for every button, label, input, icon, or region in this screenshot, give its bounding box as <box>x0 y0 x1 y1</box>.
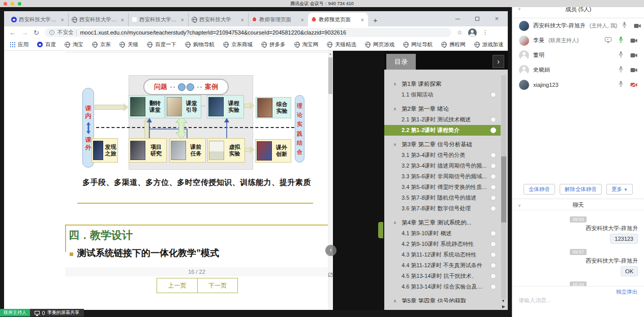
toc-section[interactable]: 4.6 第13-14课时 综合实验台及传... <box>384 281 501 292</box>
bookmark-item[interactable]: 网址导航 <box>403 41 433 48</box>
refresh-icon[interactable]: ↻ <box>34 29 39 37</box>
toc-section[interactable]: 4.5 第13-14课时 抗干扰技术、 <box>384 271 501 281</box>
prev-page-button[interactable]: 上一页 <box>157 278 197 293</box>
scrollbar-thumb[interactable] <box>328 57 332 94</box>
document-scrollbar[interactable]: ▲ <box>328 51 333 310</box>
tab-close-icon[interactable]: × <box>360 17 365 23</box>
bookmark-item[interactable]: 游戏加速 <box>474 41 504 48</box>
fullscreen-icon[interactable] <box>328 273 332 277</box>
browser-tab[interactable]: 教师预览页面× <box>308 13 368 26</box>
minimize-traffic-light[interactable] <box>11 2 14 6</box>
browser-tab[interactable]: 西安科技大学× <box>188 13 248 26</box>
scroll-down-icon[interactable]: ▼ <box>501 299 505 303</box>
radio-icon[interactable] <box>490 174 496 179</box>
radio-icon[interactable] <box>490 263 496 268</box>
toc-section[interactable]: 3.2 第3-4课时 描述周期信号的频... <box>384 161 501 171</box>
bookmark-item[interactable]: 购物导航 <box>185 41 214 48</box>
bookmark-item[interactable]: 天猫 <box>119 41 138 48</box>
mic-icon[interactable] <box>618 51 624 60</box>
toc-section[interactable]: 3.6 第7-8课时 数字信号处理 <box>384 203 501 214</box>
profile-icon[interactable] <box>468 28 477 37</box>
member-row[interactable]: 西安科技大学-薛旭升(主持人, 我)> <box>512 18 644 33</box>
member-row[interactable]: xiajing123 <box>512 77 644 92</box>
new-tab-button[interactable]: + <box>368 16 383 26</box>
radio-icon[interactable] <box>490 241 496 247</box>
bookmark-item[interactable]: 京东 <box>92 41 111 48</box>
toc-section[interactable]: 3.4 第5-6课时 傅里叶变换的性质... <box>384 182 501 193</box>
window-minimize-button[interactable] <box>455 19 460 19</box>
mic-icon[interactable] <box>618 66 624 75</box>
radio-icon[interactable] <box>490 231 496 236</box>
toc-section[interactable]: 4.1 第9-10课时 概述 <box>384 228 501 239</box>
radio-icon[interactable] <box>490 128 496 133</box>
toc-collapse-handle[interactable] <box>378 222 383 238</box>
radio-icon[interactable] <box>490 284 496 290</box>
forward-icon[interactable]: → <box>21 29 28 37</box>
radio-icon[interactable] <box>490 117 496 122</box>
menu-dots-icon[interactable]: ⋮ <box>482 29 488 36</box>
bookmark-item[interactable]: 携程网 <box>441 41 466 48</box>
toc-section[interactable]: 3.1 第3-4课时 信号的分类 <box>384 150 501 161</box>
bookmark-item[interactable]: 网页游戏 <box>365 41 394 48</box>
browser-tab[interactable]: 教师管理页面× <box>248 13 308 26</box>
collapse-caret-icon[interactable]: ∧ <box>393 220 402 225</box>
member-row[interactable]: 史晓娟> <box>512 62 644 77</box>
toc-section[interactable]: 4.3 第11-12课时 系统动态特性 <box>384 249 501 260</box>
tab-close-icon[interactable]: × <box>180 17 185 23</box>
toc-chapter[interactable]: ∧第3章 第二章 信号分析基础 <box>384 139 501 150</box>
bookmark-item[interactable]: 京东商城 <box>223 41 253 48</box>
window-maximize-button[interactable] <box>475 17 479 21</box>
bookmark-item[interactable]: 淘宝 <box>65 41 83 48</box>
next-page-button[interactable]: 下一页 <box>197 278 237 293</box>
bookmark-item[interactable]: 应用 <box>10 41 28 48</box>
bookmark-item[interactable]: 百度一下 <box>147 41 176 48</box>
camera-icon[interactable]: > <box>630 51 637 60</box>
member-row[interactable]: 李曼(联席主持人)> <box>512 33 644 48</box>
close-traffic-light[interactable] <box>4 2 7 6</box>
chat-input[interactable] <box>518 297 630 303</box>
camera-icon[interactable]: > <box>630 66 637 75</box>
zoom-traffic-light[interactable] <box>18 2 21 6</box>
collapse-caret-icon[interactable]: ∧ <box>393 299 402 303</box>
member-row[interactable]: 董明> <box>512 48 644 62</box>
bookmark-item[interactable]: 百度 <box>37 41 56 48</box>
radio-icon[interactable] <box>490 163 496 169</box>
toc-section[interactable]: 2.2 第1-2课时 课程简介 <box>384 125 501 136</box>
toc-chapter[interactable]: ∧第4章 第三章 测试系统的... <box>384 217 501 228</box>
url-field[interactable]: i 不安全 mooc1.xust.edu.cn/mycourse/teacher… <box>45 28 451 37</box>
toc-section[interactable]: 3.5 第7-8课时 随机信号的描述 <box>384 193 501 203</box>
popout-link[interactable]: 独立弹出 <box>616 289 637 296</box>
chevron-down-icon[interactable]: ∨ <box>518 7 521 11</box>
toc-chapter[interactable]: ∧第1章 课前探索 <box>384 79 501 89</box>
browser-tab[interactable]: 西安科技大学_百度× <box>8 13 68 26</box>
tab-close-icon[interactable]: × <box>60 17 65 23</box>
camera-icon[interactable]: > <box>630 36 637 45</box>
browser-tab[interactable]: 西安科技大学网络教× <box>128 13 188 26</box>
tab-close-icon[interactable]: × <box>240 17 245 23</box>
mute-all-button[interactable]: 全体静音 <box>524 184 555 195</box>
radio-icon[interactable] <box>490 252 496 258</box>
chat-header[interactable]: ∨ 聊天 <box>512 199 644 210</box>
bookmark-star-icon[interactable]: ☆ <box>457 29 463 36</box>
back-icon[interactable]: ← <box>9 29 16 37</box>
toc-expand-arrow-button[interactable]: › <box>493 55 504 68</box>
radio-icon[interactable] <box>490 184 496 190</box>
toc-chapter[interactable]: ∧第2章 第一章 绪论 <box>384 104 501 114</box>
radio-icon[interactable] <box>490 195 496 201</box>
info-icon[interactable]: i <box>49 30 54 35</box>
scrollbar-thumb[interactable] <box>501 156 506 223</box>
camera-icon[interactable]: > <box>634 21 641 30</box>
radio-icon[interactable] <box>490 152 496 158</box>
radio-icon[interactable] <box>490 206 496 211</box>
camera-off-icon[interactable] <box>630 80 637 89</box>
more-button[interactable]: 更多 ▼ <box>606 184 633 195</box>
toc-section[interactable]: 3.3 第5-6课时 非周期信号的频域... <box>384 171 501 182</box>
toc-section[interactable]: 4.4 第11-12课时 不失真测试条件 <box>384 260 501 271</box>
collapse-caret-icon[interactable]: ∧ <box>393 82 402 86</box>
radio-icon[interactable] <box>490 92 496 98</box>
collapse-caret-icon[interactable]: ∧ <box>393 142 402 147</box>
mic-icon[interactable] <box>618 36 624 45</box>
mic-icon[interactable] <box>622 21 627 30</box>
chevron-down-icon[interactable]: ∨ <box>518 203 521 208</box>
scroll-up-icon[interactable]: ▲ <box>328 51 333 55</box>
